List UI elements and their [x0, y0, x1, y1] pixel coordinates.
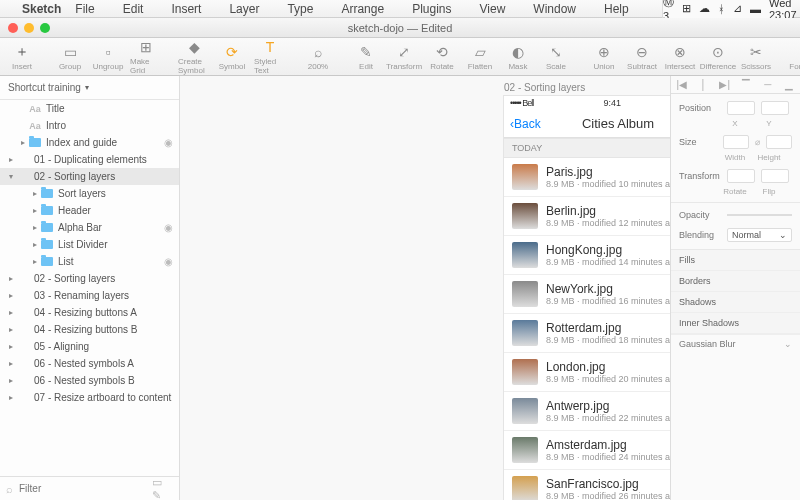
layer-row[interactable]: ▸01 - Duplicating elements: [0, 151, 179, 168]
menu-type[interactable]: Type: [287, 2, 313, 16]
disclose-icon[interactable]: ▸: [30, 240, 40, 249]
dropbox-icon[interactable]: ⊞: [682, 2, 691, 15]
menu-insert[interactable]: Insert: [171, 2, 201, 16]
align-center-icon[interactable]: │: [693, 76, 715, 93]
layer-row[interactable]: ▸04 - Resizing buttons A: [0, 304, 179, 321]
insert-button[interactable]: ＋Insert: [6, 43, 38, 71]
filter-input[interactable]: [19, 483, 146, 494]
width-input[interactable]: [723, 135, 749, 149]
pages-dropdown[interactable]: Shortcut training: [0, 76, 179, 100]
flip-input[interactable]: [761, 169, 789, 183]
layer-row[interactable]: ▸Index and guide◉: [0, 134, 179, 151]
blending-select[interactable]: Normal⌄: [727, 228, 792, 242]
menu-help[interactable]: Help: [604, 2, 629, 16]
menu-layer[interactable]: Layer: [229, 2, 259, 16]
group-button[interactable]: ▭Group: [54, 43, 86, 71]
opacity-slider[interactable]: [727, 214, 792, 216]
layer-row[interactable]: ▸05 - Aligning: [0, 338, 179, 355]
visibility-icon[interactable]: ◉: [164, 222, 173, 233]
disclose-icon[interactable]: ▸: [6, 274, 16, 283]
disclose-icon[interactable]: ▾: [6, 172, 16, 181]
menu-arrange[interactable]: Arrange: [341, 2, 384, 16]
section-shadows[interactable]: Shadows: [671, 292, 800, 313]
chevron-down-icon[interactable]: ⌄: [784, 339, 792, 349]
layer-row[interactable]: AaIntro: [0, 117, 179, 134]
layer-row[interactable]: ▾02 - Sorting layers: [0, 168, 179, 185]
disclose-icon[interactable]: ▸: [6, 342, 16, 351]
ungroup-button[interactable]: ▫Ungroup: [92, 43, 124, 71]
list-item[interactable]: Berlin.jpg 8.9 MB · modified 12 minutes …: [504, 197, 670, 236]
align-left-icon[interactable]: |◀: [671, 76, 693, 93]
list-item[interactable]: NewYork.jpg 8.9 MB · modified 16 minutes…: [504, 275, 670, 314]
forward-button[interactable]: ↑Forward: [788, 43, 800, 71]
rotate-button[interactable]: ⟲Rotate: [426, 43, 458, 71]
mask-button[interactable]: ◐Mask: [502, 43, 534, 71]
x-input[interactable]: [727, 101, 755, 115]
list-item[interactable]: Antwerp.jpg 8.9 MB · modified 22 minutes…: [504, 392, 670, 431]
scissors-button[interactable]: ✂Scissors: [740, 43, 772, 71]
wifi-icon[interactable]: ⊿: [733, 2, 742, 15]
list-item[interactable]: SanFrancisco.jpg 8.9 MB · modified 26 mi…: [504, 470, 670, 500]
layer-row[interactable]: ▸List Divider: [0, 236, 179, 253]
lock-icon[interactable]: ⌀: [755, 137, 760, 147]
subtract-button[interactable]: ⊖Subtract: [626, 43, 658, 71]
disclose-icon[interactable]: ▸: [30, 206, 40, 215]
canvas[interactable]: 02 - Sorting layers ••••• Bell 9:41 100%…: [180, 76, 670, 500]
disclose-icon[interactable]: ▸: [6, 155, 16, 164]
artboard-label[interactable]: 02 - Sorting layers: [504, 82, 585, 93]
visibility-icon[interactable]: ◉: [164, 137, 173, 148]
list-item[interactable]: Amsterdam.jpg 8.9 MB · modified 24 minut…: [504, 431, 670, 470]
make-grid-button[interactable]: ⊞Make Grid: [130, 38, 162, 75]
artboard[interactable]: ••••• Bell 9:41 100% ▬ ‹ Back Cities Alb…: [504, 96, 670, 500]
app-menu[interactable]: Sketch: [22, 2, 61, 16]
height-input[interactable]: [766, 135, 792, 149]
symbol-button[interactable]: ⟳Symbol: [216, 43, 248, 71]
disclose-icon[interactable]: ▸: [6, 376, 16, 385]
minimize-icon[interactable]: [24, 23, 34, 33]
disclose-icon[interactable]: ▸: [6, 393, 16, 402]
layer-row[interactable]: ▸Alpha Bar◉: [0, 219, 179, 236]
flatten-button[interactable]: ▱Flatten: [464, 43, 496, 71]
layer-row[interactable]: AaTitle: [0, 100, 179, 117]
disclose-icon[interactable]: ▸: [6, 359, 16, 368]
visibility-icon[interactable]: ◉: [164, 256, 173, 267]
layer-row[interactable]: ▸Sort layers: [0, 185, 179, 202]
disclose-icon[interactable]: ▸: [6, 325, 16, 334]
list-item[interactable]: Rotterdam.jpg 8.9 MB · modified 18 minut…: [504, 314, 670, 353]
union-button[interactable]: ⊕Union: [588, 43, 620, 71]
disclose-icon[interactable]: ▸: [6, 291, 16, 300]
layer-row[interactable]: ▸06 - Nested symbols B: [0, 372, 179, 389]
menu-view[interactable]: View: [480, 2, 506, 16]
layer-row[interactable]: ▸03 - Renaming layers: [0, 287, 179, 304]
section-borders[interactable]: Borders: [671, 271, 800, 292]
transform-button[interactable]: ⤢Transform: [388, 43, 420, 71]
difference-button[interactable]: ⊙Difference: [702, 43, 734, 71]
intersect-button[interactable]: ⊗Intersect: [664, 43, 696, 71]
list-item[interactable]: London.jpg 8.9 MB · modified 20 minutes …: [504, 353, 670, 392]
list-item[interactable]: Paris.jpg 8.9 MB · modified 10 minutes a…: [504, 158, 670, 197]
footer-tool-icon[interactable]: ▭ ✎: [152, 476, 173, 501]
disclose-icon[interactable]: ▸: [30, 189, 40, 198]
scale-button[interactable]: ⤡Scale: [540, 43, 572, 71]
disclose-icon[interactable]: ▸: [30, 223, 40, 232]
align-right-icon[interactable]: ▶|: [714, 76, 736, 93]
edit-button[interactable]: ✎Edit: [350, 43, 382, 71]
battery-icon[interactable]: ▬: [750, 3, 761, 15]
list-item[interactable]: HongKong.jpg 8.9 MB · modified 14 minute…: [504, 236, 670, 275]
create-symbol-button[interactable]: ◆Create Symbol: [178, 38, 210, 75]
zoom-button[interactable]: ⌕200%: [302, 43, 334, 71]
layer-row[interactable]: ▸04 - Resizing buttons B: [0, 321, 179, 338]
close-icon[interactable]: [8, 23, 18, 33]
rotate-input[interactable]: [727, 169, 755, 183]
layer-row[interactable]: ▸02 - Sorting layers: [0, 270, 179, 287]
traffic-lights[interactable]: [8, 23, 50, 33]
align-middle-icon[interactable]: ─: [757, 76, 779, 93]
align-top-icon[interactable]: ▔: [736, 76, 758, 93]
menu-window[interactable]: Window: [533, 2, 576, 16]
bluetooth-icon[interactable]: ᚼ: [718, 3, 725, 15]
section-fills[interactable]: Fills: [671, 250, 800, 271]
align-tabs[interactable]: |◀ │ ▶| ▔ ─ ▁: [671, 76, 800, 94]
menu-file[interactable]: File: [75, 2, 94, 16]
layer-row[interactable]: ▸07 - Resize artboard to content: [0, 389, 179, 406]
disclose-icon[interactable]: ▸: [18, 138, 28, 147]
